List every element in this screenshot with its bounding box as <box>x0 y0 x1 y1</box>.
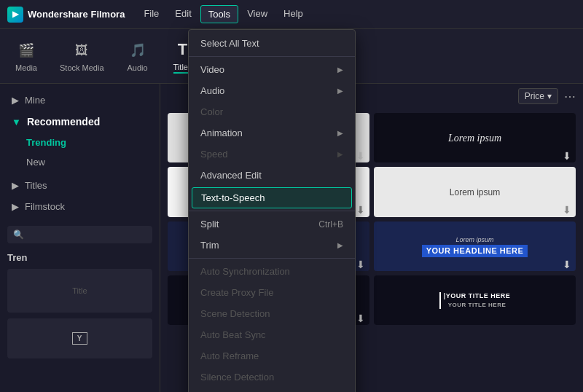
sidebar-recommended-label: Recommended <box>27 116 100 128</box>
sidebar-your-text: Y <box>72 332 88 345</box>
sidebar-item-mine[interactable]: ▶ Mine <box>0 90 160 111</box>
menu-video[interactable]: Video ▶ <box>189 59 355 80</box>
download-icon-10: ⬇ <box>563 259 571 270</box>
audio-icon: 🎵 <box>126 40 149 60</box>
thumb-title-dark2-text: |YOUR TITLE HEREYOUR TITLE HERE <box>439 292 511 309</box>
chevron-right-icon: ▶ <box>12 95 19 106</box>
toolbar-media-label: Media <box>15 63 37 72</box>
toolbar-media[interactable]: 🎬 Media <box>15 40 38 72</box>
thumb-title41-img: Lorem ipsum ⬇ <box>374 167 576 216</box>
thumb-title10[interactable]: Lorem ipsum Your HEADLINE HERE ⬇ Title 1… <box>374 222 576 271</box>
download-icon-dark1: ⬇ <box>356 313 365 324</box>
arrow-right-audio-icon: ▶ <box>337 87 343 95</box>
menu-select-all-text[interactable]: Select All Text <box>189 33 355 54</box>
menu-split[interactable]: Split Ctrl+B <box>189 213 355 235</box>
menu-color: Color <box>189 101 355 122</box>
thumb-title41[interactable]: Lorem ipsum ⬇ Title_41 <box>374 167 576 216</box>
download-icon-27: ⬇ <box>356 204 365 216</box>
menu-animation[interactable]: Animation ▶ <box>189 122 355 144</box>
menu-edit[interactable]: Edit <box>168 5 198 23</box>
trending-section-title: Tren <box>0 246 160 266</box>
app-logo: ▶ Wondershare Filmora <box>7 7 125 23</box>
thumb-title10-headline-text: Your HEADLINE HERE <box>426 246 524 255</box>
thumb-title-dark2-content: |YOUR TITLE HEREYOUR TITLE HERE <box>437 289 514 312</box>
top-menu-bar: ▶ Wondershare Filmora File Edit Tools Vi… <box>0 0 583 29</box>
download-icon-41: ⬇ <box>563 204 571 216</box>
thumb-title41-text: Lorem ipsum <box>450 187 500 197</box>
menu-view[interactable]: View <box>240 5 275 23</box>
split-shortcut: Ctrl+B <box>318 219 343 230</box>
thumb-title-dark2-img: |YOUR TITLE HEREYOUR TITLE HERE <box>374 275 576 325</box>
sidebar-thumb-preview2: Y <box>7 318 152 358</box>
menu-proxy: Create Proxy File <box>189 282 355 303</box>
arrow-right-trim-icon: ▶ <box>337 241 343 249</box>
thumb-title33-img: Lorem ipsum ⬇ <box>374 113 576 162</box>
thumb-title-dark2[interactable]: |YOUR TITLE HEREYOUR TITLE HERE Your TIT… <box>374 275 576 325</box>
menu-auto-beat-sync: Auto Beat Sync <box>189 324 355 345</box>
sidebar-mine-label: Mine <box>25 95 45 106</box>
menu-auto-sync: Auto Synchronization <box>189 261 355 282</box>
sidebar-thumb-preview: Title <box>7 269 152 313</box>
separator-2 <box>189 211 355 211</box>
thumb-title10-img: Lorem ipsum Your HEADLINE HERE ⬇ <box>374 222 576 271</box>
tools-dropdown-menu[interactable]: Select All Text Video ▶ Audio ▶ Color An… <box>188 29 356 392</box>
toolbar-stock-media[interactable]: 🖼 Stock Media <box>60 40 104 72</box>
thumb-title41-content: Lorem ipsum <box>450 187 500 197</box>
menu-scene-detection: Scene Detection <box>189 303 355 324</box>
thumb-title33[interactable]: Lorem ipsum ⬇ Title_33 <box>374 113 576 162</box>
sidebar-item-filmstock[interactable]: ▶ Filmstock <box>0 196 160 217</box>
toolbar-audio-label: Audio <box>127 63 147 72</box>
arrow-right-icon: ▶ <box>337 66 343 74</box>
menu-text-to-speech[interactable]: Text-to-Speech <box>192 187 352 208</box>
menu-help[interactable]: Help <box>276 5 310 23</box>
sidebar-trending[interactable]: Trending <box>0 133 160 152</box>
thumb-title33-text: Lorem ipsum <box>448 133 501 144</box>
sidebar-item-recommended[interactable]: ▼ Recommended <box>0 111 160 133</box>
thumb-title10-subtext: Lorem ipsum <box>422 236 528 243</box>
menu-advanced-edit[interactable]: Advanced Edit <box>189 165 355 186</box>
menu-file[interactable]: File <box>136 5 166 23</box>
menu-bar: File Edit Tools View Help <box>136 5 310 23</box>
chevron-right-filmstock-icon: ▶ <box>12 201 19 212</box>
menu-tools[interactable]: Tools <box>200 5 238 23</box>
sidebar-new[interactable]: New <box>0 152 160 172</box>
thumb-title10-headline-bg: Your HEADLINE HERE <box>422 245 528 256</box>
download-icon-33: ⬇ <box>563 150 571 162</box>
sidebar-title-label: Title <box>72 286 87 295</box>
search-box[interactable]: 🔍 <box>7 226 152 243</box>
download-icon-29: ⬇ <box>356 150 365 162</box>
menu-speed: Speed ▶ <box>189 144 355 165</box>
stock-media-icon: 🖼 <box>70 40 93 60</box>
thumb-title10-content: Lorem ipsum Your HEADLINE HERE <box>419 233 531 259</box>
menu-auto-reframe: Auto Reframe <box>189 345 355 366</box>
menu-audio[interactable]: Audio ▶ <box>189 80 355 101</box>
separator-1 <box>189 56 355 57</box>
chevron-right-titles-icon: ▶ <box>12 180 19 191</box>
sidebar-search: 🔍 <box>0 223 160 246</box>
arrow-right-animation-icon: ▶ <box>337 129 343 137</box>
thumb-title33-content: Lorem ipsum <box>448 133 501 144</box>
sidebar-trending-label: Trending <box>26 137 66 148</box>
logo-icon: ▶ <box>7 7 23 23</box>
menu-trim[interactable]: Trim ▶ <box>189 235 355 256</box>
toolbar-stock-label: Stock Media <box>60 63 104 72</box>
toolbar-audio[interactable]: 🎵 Audio <box>126 40 149 72</box>
app-name: Wondershare Filmora <box>28 9 125 20</box>
price-label: Price <box>525 91 544 101</box>
sidebar-filmstock-label: Filmstock <box>25 201 65 212</box>
sidebar-item-titles[interactable]: ▶ Titles <box>0 175 160 196</box>
download-icon-40: ⬇ <box>356 259 365 270</box>
sidebar-titles-label: Titles <box>25 180 47 191</box>
menu-beat-detection[interactable]: Beat Detection <box>189 388 355 392</box>
more-options-button[interactable]: ⋯ <box>564 90 576 103</box>
separator-3 <box>189 258 355 259</box>
price-chevron-icon: ▾ <box>547 91 552 101</box>
search-icon: 🔍 <box>13 230 24 240</box>
sidebar-new-label: New <box>26 157 45 168</box>
arrow-right-speed-icon: ▶ <box>337 150 343 158</box>
price-dropdown[interactable]: Price ▾ <box>518 88 558 104</box>
menu-silence-detection: Silence Detection <box>189 366 355 388</box>
sidebar: ▶ Mine ▼ Recommended Trending New ▶ Titl… <box>0 84 160 392</box>
chevron-down-icon: ▼ <box>12 117 21 128</box>
media-icon: 🎬 <box>15 40 38 60</box>
